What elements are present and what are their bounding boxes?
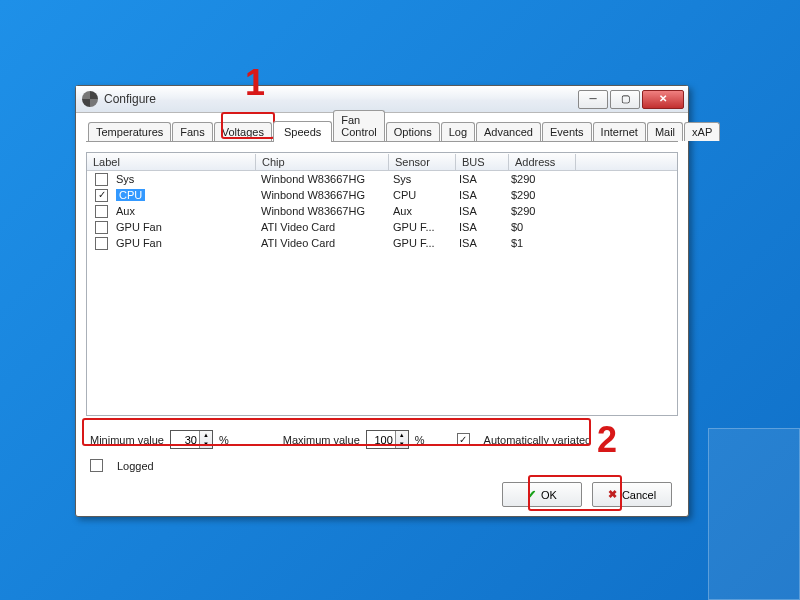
cancel-button[interactable]: ✖ Cancel: [592, 482, 672, 507]
minimize-button[interactable]: ─: [578, 90, 608, 109]
cancel-button-label: Cancel: [622, 489, 656, 501]
ok-button-label: OK: [541, 489, 557, 501]
row-checkbox[interactable]: [95, 237, 108, 250]
row-bus: ISA: [453, 221, 505, 233]
row-checkbox[interactable]: [95, 189, 108, 202]
row-chip: ATI Video Card: [255, 237, 387, 249]
row-sensor: CPU: [387, 189, 453, 201]
min-value-label: Minimum value: [90, 434, 164, 446]
logged-row: Logged: [88, 459, 676, 472]
row-bus: ISA: [453, 205, 505, 217]
row-label: GPU Fan: [116, 237, 162, 249]
min-unit: %: [219, 434, 229, 446]
tab-log[interactable]: Log: [441, 122, 475, 141]
col-chip[interactable]: Chip: [256, 154, 389, 170]
logged-checkbox[interactable]: [90, 459, 103, 472]
table-row[interactable]: CPUWinbond W83667HGCPUISA$290: [87, 187, 677, 203]
col-label[interactable]: Label: [87, 154, 256, 170]
row-chip: Winbond W83667HG: [255, 189, 387, 201]
row-label: GPU Fan: [116, 221, 162, 233]
table-row[interactable]: GPU FanATI Video CardGPU F...ISA$0: [87, 219, 677, 235]
tab-voltages[interactable]: Voltages: [214, 122, 272, 141]
col-rest: [576, 160, 677, 164]
logged-label: Logged: [117, 460, 154, 472]
col-address[interactable]: Address: [509, 154, 576, 170]
window-title: Configure: [104, 92, 578, 106]
table-row[interactable]: SysWinbond W83667HGSysISA$290: [87, 171, 677, 187]
tab-xap[interactable]: xAP: [684, 122, 720, 141]
row-address: $290: [505, 205, 571, 217]
table-row[interactable]: AuxWinbond W83667HGAuxISA$290: [87, 203, 677, 219]
col-sensor[interactable]: Sensor: [389, 154, 456, 170]
tab-advanced[interactable]: Advanced: [476, 122, 541, 141]
row-label: Aux: [116, 205, 135, 217]
tab-bar: TemperaturesFansVoltagesSpeedsFan Contro…: [86, 119, 678, 142]
tab-internet[interactable]: Internet: [593, 122, 646, 141]
titlebar[interactable]: Configure ─ ▢ ✕: [76, 86, 688, 113]
min-value-input[interactable]: [171, 434, 199, 446]
max-unit: %: [415, 434, 425, 446]
row-bus: ISA: [453, 237, 505, 249]
tab-speeds[interactable]: Speeds: [273, 121, 332, 142]
check-icon: ✔: [527, 488, 536, 501]
tab-mail[interactable]: Mail: [647, 122, 683, 141]
row-address: $0: [505, 221, 571, 233]
min-value-spinner[interactable]: ▲▼: [170, 430, 213, 449]
row-checkbox[interactable]: [95, 173, 108, 186]
max-value-input[interactable]: [367, 434, 395, 446]
min-up-icon[interactable]: ▲: [200, 431, 212, 440]
value-controls: Minimum value ▲▼ % Maximum value ▲▼ % Au…: [86, 424, 678, 455]
row-sensor: GPU F...: [387, 237, 453, 249]
row-label: Sys: [116, 173, 134, 185]
row-checkbox[interactable]: [95, 205, 108, 218]
row-chip: Winbond W83667HG: [255, 205, 387, 217]
max-down-icon[interactable]: ▼: [396, 440, 408, 449]
tab-fan-control[interactable]: Fan Control: [333, 110, 384, 141]
row-sensor: Aux: [387, 205, 453, 217]
x-icon: ✖: [608, 488, 617, 501]
desktop: Configure ─ ▢ ✕ TemperaturesFansVoltages…: [0, 0, 800, 600]
row-bus: ISA: [453, 189, 505, 201]
sensor-table: Label Chip Sensor BUS Address SysWinbond…: [86, 152, 678, 416]
tab-events[interactable]: Events: [542, 122, 592, 141]
table-row[interactable]: GPU FanATI Video CardGPU F...ISA$1: [87, 235, 677, 251]
min-down-icon[interactable]: ▼: [200, 440, 212, 449]
row-sensor: GPU F...: [387, 221, 453, 233]
max-value-label: Maximum value: [283, 434, 360, 446]
row-address: $290: [505, 189, 571, 201]
ok-button[interactable]: ✔ OK: [502, 482, 582, 507]
row-chip: Winbond W83667HG: [255, 173, 387, 185]
row-chip: ATI Video Card: [255, 221, 387, 233]
table-header[interactable]: Label Chip Sensor BUS Address: [87, 153, 677, 171]
annotation-label-1: 1: [245, 62, 265, 104]
col-bus[interactable]: BUS: [456, 154, 509, 170]
annotation-label-2: 2: [597, 419, 617, 461]
auto-variated-label: Automatically variated: [484, 434, 592, 446]
maximize-button[interactable]: ▢: [610, 90, 640, 109]
close-button[interactable]: ✕: [642, 90, 684, 109]
desktop-accent-square: [708, 428, 800, 600]
row-sensor: Sys: [387, 173, 453, 185]
tab-fans[interactable]: Fans: [172, 122, 212, 141]
row-label: CPU: [116, 189, 145, 201]
max-value-spinner[interactable]: ▲▼: [366, 430, 409, 449]
row-address: $1: [505, 237, 571, 249]
auto-variated-checkbox[interactable]: [457, 433, 470, 446]
row-checkbox[interactable]: [95, 221, 108, 234]
row-bus: ISA: [453, 173, 505, 185]
app-icon: [82, 91, 98, 107]
tab-temperatures[interactable]: Temperatures: [88, 122, 171, 141]
row-address: $290: [505, 173, 571, 185]
max-up-icon[interactable]: ▲: [396, 431, 408, 440]
tab-options[interactable]: Options: [386, 122, 440, 141]
